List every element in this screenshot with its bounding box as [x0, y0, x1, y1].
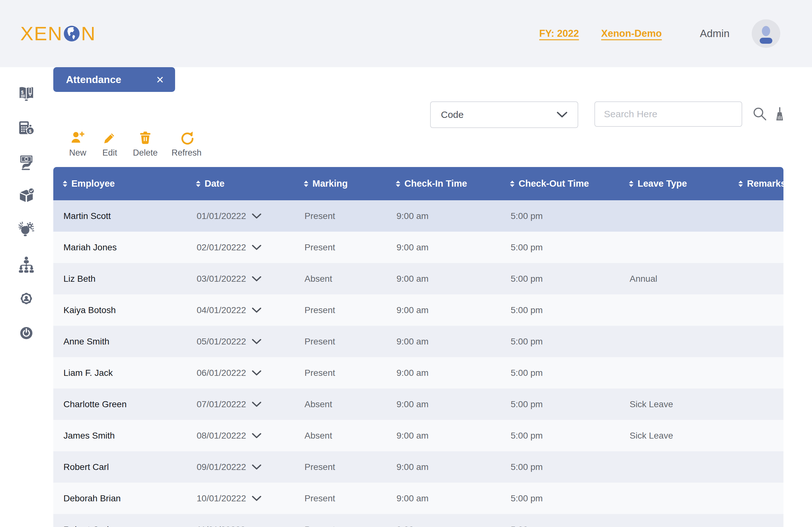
- column-header-check-in-time[interactable]: Check-In Time: [386, 167, 501, 200]
- table-row[interactable]: Robert Carl11/01/20222Present9:00 am5:00…: [53, 514, 783, 527]
- sort-icon[interactable]: [196, 181, 201, 187]
- edit-button[interactable]: Edit: [91, 131, 129, 158]
- tab-attendance[interactable]: Attendance ×: [53, 67, 175, 92]
- date-cell: 07/01/20222: [187, 389, 294, 420]
- check-out-cell: 5:00 pm: [501, 483, 620, 514]
- company-link[interactable]: Xenon-Demo: [601, 28, 662, 39]
- clear-filter-button[interactable]: [772, 106, 787, 122]
- attendance-app: XEN N FY: 2022 Xenon-Demo Admin: [0, 0, 812, 527]
- date-dropdown-icon[interactable]: [252, 496, 261, 501]
- date-dropdown-icon[interactable]: [252, 245, 261, 250]
- sidebar-item-payroll[interactable]: $: [18, 119, 35, 136]
- employee-cell-text: James Smith: [63, 431, 115, 441]
- table-row[interactable]: Kaiya Botosh04/01/20222Present9:00 am5:0…: [53, 295, 783, 326]
- sort-icon[interactable]: [63, 181, 67, 187]
- employee-cell-text: Kaiya Botosh: [63, 305, 116, 315]
- date-dropdown-icon[interactable]: [252, 307, 261, 313]
- delete-button[interactable]: Delete: [126, 131, 164, 158]
- check-out-cell-text: 5:00 pm: [511, 211, 543, 221]
- sidebar-item-logout[interactable]: [18, 324, 35, 341]
- search-button[interactable]: [752, 106, 768, 122]
- table-body: Martin Scott01/01/20222Present9:00 am5:0…: [53, 200, 783, 527]
- leave-type-cell-text: Sick Leave: [629, 431, 673, 441]
- check-out-cell: 5:00 pm: [501, 232, 620, 263]
- logo-text-suffix: N: [81, 24, 96, 43]
- date-cell-text: 01/01/20222: [197, 211, 246, 221]
- date-cell: 09/01/20222: [187, 451, 294, 483]
- table-row[interactable]: Mariah Jones02/01/20222Present9:00 am5:0…: [53, 232, 783, 263]
- sort-icon[interactable]: [304, 181, 308, 187]
- marking-cell: Absent: [294, 420, 386, 451]
- check-out-cell: 5:00 pm: [501, 326, 620, 357]
- column-header-date[interactable]: Date: [187, 167, 294, 200]
- sort-icon[interactable]: [738, 181, 743, 187]
- date-cell: 02/01/20222: [187, 232, 294, 263]
- check-in-cell: 9:00 am: [386, 483, 501, 514]
- power-icon: [18, 324, 35, 341]
- sidebar-item-admin-settings[interactable]: [18, 290, 35, 307]
- marking-cell: Present: [294, 295, 386, 326]
- marking-cell: Present: [294, 200, 386, 232]
- check-in-cell: 9:00 am: [386, 389, 501, 420]
- table-row[interactable]: Anne Smith05/01/20222Present9:00 am5:00 …: [53, 326, 783, 357]
- check-in-cell: 9:00 am: [386, 295, 501, 326]
- sidebar-item-payments[interactable]: [18, 153, 35, 170]
- svg-text:$: $: [21, 90, 24, 95]
- marking-cell-text: Present: [304, 211, 335, 221]
- table-row[interactable]: Martin Scott01/01/20222Present9:00 am5:0…: [53, 200, 783, 232]
- column-header-remarks[interactable]: Remarks: [729, 167, 786, 200]
- avatar[interactable]: [752, 19, 780, 48]
- cash-payment-icon: [18, 153, 35, 170]
- date-dropdown-icon[interactable]: [252, 213, 261, 219]
- leave-type-cell: [620, 326, 729, 357]
- trash-icon: [138, 131, 153, 145]
- globe-icon: [63, 25, 80, 42]
- date-dropdown-icon[interactable]: [252, 402, 261, 407]
- sort-icon[interactable]: [396, 181, 400, 187]
- table-row[interactable]: James Smith08/01/20222Absent9:00 am5:00 …: [53, 420, 783, 451]
- check-out-cell: 5:00 pm: [501, 514, 620, 527]
- sidebar-item-innovation[interactable]: [18, 221, 35, 238]
- new-label: New: [69, 148, 86, 158]
- check-out-cell: 5:00 pm: [501, 451, 620, 483]
- employee-cell: Robert Carl: [53, 451, 187, 483]
- column-header-check-out-time[interactable]: Check-Out Time: [501, 167, 620, 200]
- date-dropdown-icon[interactable]: [252, 370, 261, 376]
- date-cell: 11/01/20222: [187, 514, 294, 527]
- sidebar-item-hr[interactable]: [18, 256, 35, 273]
- employee-cell-text: Martin Scott: [63, 211, 111, 221]
- sort-icon[interactable]: [629, 181, 634, 187]
- column-header-label: Marking: [313, 178, 348, 189]
- table-row[interactable]: Liam F. Jack06/01/20222Present9:00 am5:0…: [53, 357, 783, 389]
- check-in-cell-text: 9:00 am: [396, 493, 429, 503]
- payroll-calculator-icon: $: [18, 119, 35, 136]
- column-header-leave-type[interactable]: Leave Type: [620, 167, 729, 200]
- sort-icon[interactable]: [510, 181, 514, 187]
- check-in-cell-text: 9:00 am: [396, 211, 429, 221]
- leave-type-cell: [620, 200, 729, 232]
- sidebar-item-accounting[interactable]: $: [18, 85, 35, 102]
- check-in-cell-text: 9:00 am: [396, 305, 429, 315]
- code-select[interactable]: Code: [430, 101, 578, 128]
- marking-cell-text: Present: [304, 336, 335, 347]
- table-row[interactable]: Liz Beth03/01/20222Absent9:00 am5:00 pmA…: [53, 263, 783, 295]
- sidebar-item-inventory[interactable]: [18, 187, 35, 204]
- search-input[interactable]: [595, 102, 742, 126]
- date-dropdown-icon[interactable]: [252, 276, 261, 282]
- date-dropdown-icon[interactable]: [252, 464, 261, 470]
- marking-cell: Present: [294, 451, 386, 483]
- marking-cell-text: Absent: [304, 431, 332, 441]
- date-dropdown-icon[interactable]: [252, 433, 261, 439]
- fiscal-year-link[interactable]: FY: 2022: [539, 28, 579, 39]
- table-row[interactable]: Deborah Brian10/01/20222Present9:00 am5:…: [53, 483, 783, 514]
- table-row[interactable]: Charlotte Green07/01/20222Absent9:00 am5…: [53, 389, 783, 420]
- sidebar: $ $: [0, 67, 54, 527]
- refresh-button[interactable]: Refresh: [168, 131, 205, 158]
- employee-cell: Robert Carl: [53, 514, 187, 527]
- table-row[interactable]: Robert Carl09/01/20222Present9:00 am5:00…: [53, 451, 783, 483]
- column-header-employee[interactable]: Employee: [53, 167, 187, 200]
- close-icon[interactable]: ×: [156, 73, 164, 86]
- date-dropdown-icon[interactable]: [252, 339, 261, 345]
- column-header-marking[interactable]: Marking: [294, 167, 386, 200]
- date-cell-text: 11/01/20222: [197, 525, 246, 527]
